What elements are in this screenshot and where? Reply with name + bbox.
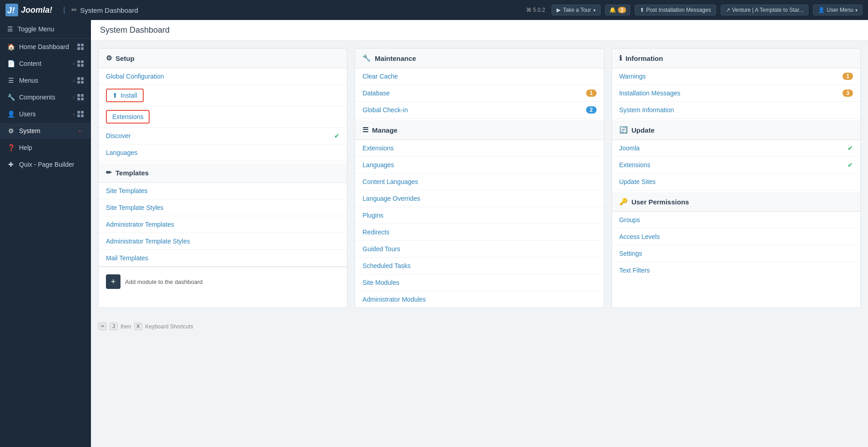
plugins-item[interactable]: Plugins — [355, 207, 603, 224]
clear-cache-link[interactable]: Clear Cache — [362, 73, 398, 80]
languages-link[interactable]: Languages — [106, 149, 137, 156]
mail-templates-item[interactable]: Mail Templates — [99, 250, 347, 267]
venture-button[interactable]: ↗ Venture | A Template to Star... — [721, 5, 809, 15]
sidebar-item-home[interactable]: 🏠 Home Dashboard — [0, 39, 91, 55]
plugins-link[interactable]: Plugins — [362, 212, 383, 219]
keyboard-icon: ⌨ — [98, 323, 107, 330]
take-a-tour-button[interactable]: ▶ Take a Tour ▾ — [552, 5, 601, 15]
main-content: System Dashboard ⚙ Setup Global Configur… — [91, 20, 868, 447]
sub-header: System Dashboard — [91, 20, 868, 41]
admin-template-styles-item[interactable]: Administrator Template Styles — [99, 233, 347, 250]
redirects-item[interactable]: Redirects — [355, 224, 603, 241]
discover-item[interactable]: Discover ✔ — [99, 128, 347, 144]
admin-modules-item[interactable]: Administrator Modules — [355, 291, 603, 308]
page-title: System Dashboard — [100, 25, 170, 35]
svg-text:J!: J! — [7, 5, 15, 15]
page-title-topbar: ✏ System Dashboard — [71, 6, 138, 14]
extensions-manage-item[interactable]: Extensions — [355, 140, 603, 157]
installation-messages-item[interactable]: Installation Messages 3 — [612, 85, 860, 102]
global-config-item[interactable]: Global Configuration — [99, 68, 347, 85]
system-information-item[interactable]: System Information — [612, 102, 860, 119]
discover-link[interactable]: Discover — [106, 132, 130, 139]
chevron-right-icon: › — [73, 95, 75, 100]
groups-link[interactable]: Groups — [619, 216, 640, 224]
warnings-link[interactable]: Warnings — [619, 73, 646, 80]
maintenance-header: 🔧 Maintenance — [355, 49, 603, 68]
update-sites-item[interactable]: Update Sites — [612, 174, 860, 190]
scheduled-tasks-link[interactable]: Scheduled Tasks — [362, 262, 411, 269]
joomla-update-link[interactable]: Joomla — [619, 144, 640, 152]
global-checkin-item[interactable]: Global Check-in 2 — [355, 102, 603, 119]
site-modules-item[interactable]: Site Modules — [355, 274, 603, 291]
installation-messages-link[interactable]: Installation Messages — [619, 89, 681, 97]
languages-manage-item[interactable]: Languages — [355, 157, 603, 174]
content-languages-item[interactable]: Content Languages — [355, 174, 603, 190]
sidebar-item-quix[interactable]: ✚ Quix - Page Builder — [0, 156, 91, 173]
extensions-update-link[interactable]: Extensions — [619, 161, 650, 169]
language-overrides-link[interactable]: Language Overrides — [362, 195, 420, 202]
logo[interactable]: J! Joomla! — [5, 4, 52, 16]
global-checkin-link[interactable]: Global Check-in — [362, 106, 408, 114]
access-levels-item[interactable]: Access Levels — [612, 228, 860, 245]
add-module-section[interactable]: + Add module to the dashboard — [99, 267, 347, 296]
extensions-update-item[interactable]: Extensions ✔ — [612, 157, 860, 174]
extensions-check-icon: ✔ — [848, 161, 853, 169]
sidebar-toggle[interactable]: ☰ Home Dashboard Toggle Menu — [0, 20, 91, 39]
database-item[interactable]: Database 1 — [355, 85, 603, 102]
site-template-styles-item[interactable]: Site Template Styles — [99, 199, 347, 216]
install-button[interactable]: ⬆ Install — [106, 89, 144, 102]
clear-cache-item[interactable]: Clear Cache — [355, 68, 603, 85]
post-install-button[interactable]: ⬆ Post Installation Messages — [635, 5, 716, 15]
site-modules-link[interactable]: Site Modules — [362, 279, 399, 286]
content-languages-link[interactable]: Content Languages — [362, 178, 418, 185]
text-filters-item[interactable]: Text Filters — [612, 262, 860, 278]
notification-button[interactable]: 🔔 3 — [605, 5, 630, 15]
warnings-item[interactable]: Warnings 1 — [612, 68, 860, 85]
mail-templates-link[interactable]: Mail Templates — [106, 254, 148, 262]
manage-icon: ☰ — [362, 126, 368, 134]
admin-template-styles-link[interactable]: Administrator Template Styles — [106, 238, 190, 245]
checkin-badge: 2 — [586, 106, 597, 114]
redirects-link[interactable]: Redirects — [362, 228, 389, 236]
update-sites-link[interactable]: Update Sites — [619, 178, 656, 185]
guided-tours-link[interactable]: Guided Tours — [362, 245, 400, 253]
sidebar-item-system[interactable]: ⚙ System ← — [0, 123, 91, 139]
guided-tours-item[interactable]: Guided Tours — [355, 241, 603, 258]
maintenance-card: 🔧 Maintenance Clear Cache Database 1 Glo… — [355, 48, 604, 308]
groups-item[interactable]: Groups — [612, 212, 860, 228]
admin-modules-link[interactable]: Administrator Modules — [362, 296, 426, 303]
site-templates-item[interactable]: Site Templates — [99, 183, 347, 199]
admin-templates-link[interactable]: Administrator Templates — [106, 221, 174, 228]
access-levels-link[interactable]: Access Levels — [619, 233, 660, 240]
sidebar-item-content[interactable]: 📄 Content › — [0, 55, 91, 72]
site-template-styles-link[interactable]: Site Template Styles — [106, 204, 164, 211]
sidebar-item-users[interactable]: 👤 Users › — [0, 106, 91, 123]
add-module-button[interactable]: + — [106, 274, 120, 289]
users-icon: 👤 — [7, 110, 15, 118]
languages-item[interactable]: Languages — [99, 144, 347, 161]
system-information-link[interactable]: System Information — [619, 106, 674, 114]
sidebar-item-components[interactable]: 🔧 Components › — [0, 89, 91, 106]
site-templates-link[interactable]: Site Templates — [106, 187, 148, 194]
x-key: X — [134, 323, 143, 330]
tour-icon: ▶ — [557, 7, 561, 13]
languages-manage-link[interactable]: Languages — [362, 161, 394, 169]
sidebar-item-help[interactable]: ❓ Help — [0, 139, 91, 156]
logo-text: Joomla! — [21, 5, 52, 15]
user-icon: 👤 — [818, 7, 825, 13]
extensions-install-button[interactable]: Extensions — [106, 110, 150, 124]
dashboard-grid: ⚙ Setup Global Configuration ⬆ Install E… — [91, 41, 868, 315]
language-overrides-item[interactable]: Language Overrides — [355, 190, 603, 207]
database-link[interactable]: Database — [362, 89, 390, 97]
user-menu-button[interactable]: 👤 User Menu ▾ — [813, 5, 863, 15]
settings-link[interactable]: Settings — [619, 250, 642, 257]
scheduled-tasks-item[interactable]: Scheduled Tasks — [355, 258, 603, 274]
joomla-update-item[interactable]: Joomla ✔ — [612, 140, 860, 157]
keyboard-shortcuts: ⌨ J then X Keyboard Shortcuts — [91, 315, 868, 338]
sidebar-item-menus[interactable]: ☰ Menus › — [0, 72, 91, 89]
extensions-manage-link[interactable]: Extensions — [362, 144, 393, 152]
admin-templates-item[interactable]: Administrator Templates — [99, 216, 347, 233]
settings-item[interactable]: Settings — [612, 245, 860, 262]
global-config-link[interactable]: Global Configuration — [106, 73, 164, 80]
text-filters-link[interactable]: Text Filters — [619, 267, 650, 274]
